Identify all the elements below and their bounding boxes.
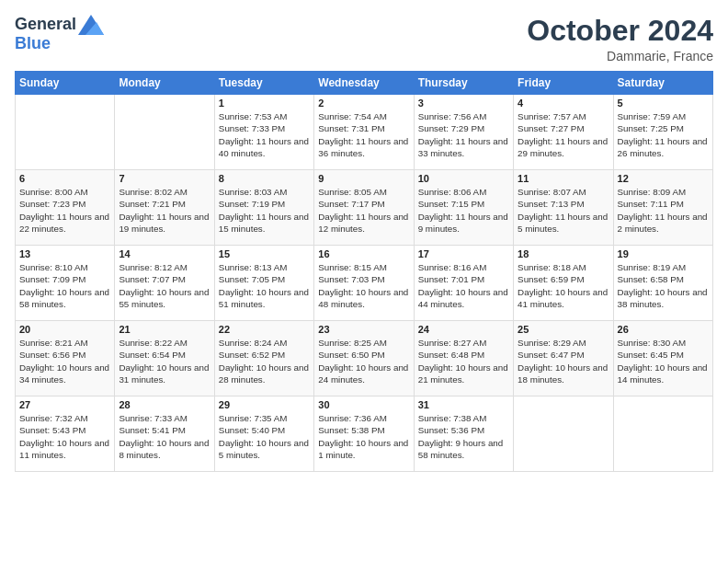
calendar-cell: 21Sunrise: 8:22 AM Sunset: 6:54 PM Dayli… [115, 321, 214, 396]
location: Dammarie, France [527, 49, 713, 63]
weekday-header: Tuesday [214, 72, 313, 95]
weekday-header: Monday [115, 72, 214, 95]
day-info: Sunrise: 7:59 AM Sunset: 7:25 PM Dayligh… [618, 110, 709, 159]
calendar-cell: 9Sunrise: 8:05 AM Sunset: 7:17 PM Daylig… [314, 170, 414, 246]
day-info: Sunrise: 8:07 AM Sunset: 7:13 PM Dayligh… [518, 186, 609, 235]
day-info: Sunrise: 7:57 AM Sunset: 7:27 PM Dayligh… [518, 110, 609, 159]
day-number: 13 [19, 248, 110, 259]
calendar-header-row: SundayMondayTuesdayWednesdayThursdayFrid… [16, 72, 713, 95]
calendar-cell: 17Sunrise: 8:16 AM Sunset: 7:01 PM Dayli… [414, 246, 513, 321]
calendar-cell [514, 396, 613, 472]
day-number: 5 [618, 98, 709, 109]
day-info: Sunrise: 7:53 AM Sunset: 7:33 PM Dayligh… [219, 110, 310, 159]
day-number: 12 [618, 173, 709, 184]
month-title: October 2024 [527, 15, 713, 47]
logo-text: General [15, 15, 104, 35]
day-info: Sunrise: 8:24 AM Sunset: 6:52 PM Dayligh… [219, 337, 310, 385]
calendar-week-row: 27Sunrise: 7:32 AM Sunset: 5:43 PM Dayli… [16, 396, 713, 472]
day-number: 9 [318, 173, 409, 184]
day-info: Sunrise: 8:12 AM Sunset: 7:07 PM Dayligh… [119, 261, 210, 310]
calendar-cell: 4Sunrise: 7:57 AM Sunset: 7:27 PM Daylig… [514, 95, 613, 170]
day-info: Sunrise: 7:33 AM Sunset: 5:41 PM Dayligh… [119, 412, 210, 461]
day-info: Sunrise: 7:56 AM Sunset: 7:29 PM Dayligh… [418, 110, 509, 159]
calendar-week-row: 6Sunrise: 8:00 AM Sunset: 7:23 PM Daylig… [16, 170, 713, 246]
calendar-week-row: 20Sunrise: 8:21 AM Sunset: 6:56 PM Dayli… [16, 321, 713, 396]
logo-blue: Blue [15, 35, 104, 53]
calendar-cell: 31Sunrise: 7:38 AM Sunset: 5:36 PM Dayli… [414, 396, 513, 472]
day-info: Sunrise: 8:15 AM Sunset: 7:03 PM Dayligh… [318, 261, 409, 310]
calendar-cell: 22Sunrise: 8:24 AM Sunset: 6:52 PM Dayli… [214, 321, 313, 396]
calendar-cell: 28Sunrise: 7:33 AM Sunset: 5:41 PM Dayli… [115, 396, 214, 472]
day-number: 15 [219, 248, 310, 259]
calendar-cell: 25Sunrise: 8:29 AM Sunset: 6:47 PM Dayli… [514, 321, 613, 396]
day-number: 8 [219, 173, 310, 184]
calendar-table: SundayMondayTuesdayWednesdayThursdayFrid… [15, 71, 713, 472]
weekday-header: Sunday [16, 72, 115, 95]
calendar-cell: 18Sunrise: 8:18 AM Sunset: 6:59 PM Dayli… [514, 246, 613, 321]
weekday-header: Saturday [613, 72, 712, 95]
title-block: October 2024 Dammarie, France [527, 15, 713, 63]
day-number: 16 [318, 248, 409, 259]
day-info: Sunrise: 7:32 AM Sunset: 5:43 PM Dayligh… [19, 412, 110, 461]
calendar-cell: 5Sunrise: 7:59 AM Sunset: 7:25 PM Daylig… [613, 95, 712, 170]
day-number: 4 [518, 98, 609, 109]
day-number: 29 [219, 399, 310, 410]
day-info: Sunrise: 8:21 AM Sunset: 6:56 PM Dayligh… [19, 337, 110, 385]
calendar-cell: 27Sunrise: 7:32 AM Sunset: 5:43 PM Dayli… [16, 396, 115, 472]
day-info: Sunrise: 8:05 AM Sunset: 7:17 PM Dayligh… [318, 186, 409, 235]
day-info: Sunrise: 8:03 AM Sunset: 7:19 PM Dayligh… [219, 186, 310, 235]
day-number: 1 [219, 98, 310, 109]
calendar-cell: 10Sunrise: 8:06 AM Sunset: 7:15 PM Dayli… [414, 170, 513, 246]
day-info: Sunrise: 8:27 AM Sunset: 6:48 PM Dayligh… [418, 337, 509, 385]
day-number: 11 [518, 173, 609, 184]
page: General Blue October 2024 Dammarie, Fran… [0, 0, 728, 563]
day-number: 19 [618, 248, 709, 259]
calendar-cell: 1Sunrise: 7:53 AM Sunset: 7:33 PM Daylig… [214, 95, 313, 170]
day-info: Sunrise: 7:38 AM Sunset: 5:36 PM Dayligh… [418, 412, 509, 461]
day-number: 25 [518, 324, 609, 335]
calendar-cell: 20Sunrise: 8:21 AM Sunset: 6:56 PM Dayli… [16, 321, 115, 396]
day-info: Sunrise: 8:09 AM Sunset: 7:11 PM Dayligh… [618, 186, 709, 235]
calendar-cell: 12Sunrise: 8:09 AM Sunset: 7:11 PM Dayli… [613, 170, 712, 246]
day-number: 24 [418, 324, 509, 335]
day-number: 10 [418, 173, 509, 184]
day-info: Sunrise: 8:13 AM Sunset: 7:05 PM Dayligh… [219, 261, 310, 310]
day-info: Sunrise: 8:22 AM Sunset: 6:54 PM Dayligh… [119, 337, 210, 385]
logo-icon [78, 15, 104, 35]
calendar-cell: 7Sunrise: 8:02 AM Sunset: 7:21 PM Daylig… [115, 170, 214, 246]
day-number: 20 [19, 324, 110, 335]
calendar-cell: 13Sunrise: 8:10 AM Sunset: 7:09 PM Dayli… [16, 246, 115, 321]
day-number: 31 [418, 399, 509, 410]
calendar-cell: 23Sunrise: 8:25 AM Sunset: 6:50 PM Dayli… [314, 321, 414, 396]
calendar-cell [16, 95, 115, 170]
day-info: Sunrise: 8:30 AM Sunset: 6:45 PM Dayligh… [618, 337, 709, 385]
calendar-cell: 6Sunrise: 8:00 AM Sunset: 7:23 PM Daylig… [16, 170, 115, 246]
day-info: Sunrise: 8:18 AM Sunset: 6:59 PM Dayligh… [518, 261, 609, 310]
calendar-cell: 8Sunrise: 8:03 AM Sunset: 7:19 PM Daylig… [214, 170, 313, 246]
calendar-cell: 14Sunrise: 8:12 AM Sunset: 7:07 PM Dayli… [115, 246, 214, 321]
day-number: 14 [119, 248, 210, 259]
weekday-header: Friday [514, 72, 613, 95]
logo: General Blue [15, 15, 104, 53]
day-info: Sunrise: 8:02 AM Sunset: 7:21 PM Dayligh… [119, 186, 210, 235]
day-info: Sunrise: 8:19 AM Sunset: 6:58 PM Dayligh… [618, 261, 709, 310]
calendar-cell: 2Sunrise: 7:54 AM Sunset: 7:31 PM Daylig… [314, 95, 414, 170]
day-number: 30 [318, 399, 409, 410]
calendar-cell: 3Sunrise: 7:56 AM Sunset: 7:29 PM Daylig… [414, 95, 513, 170]
day-info: Sunrise: 8:29 AM Sunset: 6:47 PM Dayligh… [518, 337, 609, 385]
calendar-cell: 30Sunrise: 7:36 AM Sunset: 5:38 PM Dayli… [314, 396, 414, 472]
day-number: 18 [518, 248, 609, 259]
day-info: Sunrise: 8:25 AM Sunset: 6:50 PM Dayligh… [318, 337, 409, 385]
calendar-cell: 26Sunrise: 8:30 AM Sunset: 6:45 PM Dayli… [613, 321, 712, 396]
day-info: Sunrise: 8:06 AM Sunset: 7:15 PM Dayligh… [418, 186, 509, 235]
day-number: 21 [119, 324, 210, 335]
day-info: Sunrise: 7:35 AM Sunset: 5:40 PM Dayligh… [219, 412, 310, 461]
day-number: 26 [618, 324, 709, 335]
day-info: Sunrise: 8:10 AM Sunset: 7:09 PM Dayligh… [19, 261, 110, 310]
day-number: 23 [318, 324, 409, 335]
day-number: 3 [418, 98, 509, 109]
day-number: 22 [219, 324, 310, 335]
weekday-header: Wednesday [314, 72, 414, 95]
day-info: Sunrise: 7:54 AM Sunset: 7:31 PM Dayligh… [318, 110, 409, 159]
calendar-cell [613, 396, 712, 472]
